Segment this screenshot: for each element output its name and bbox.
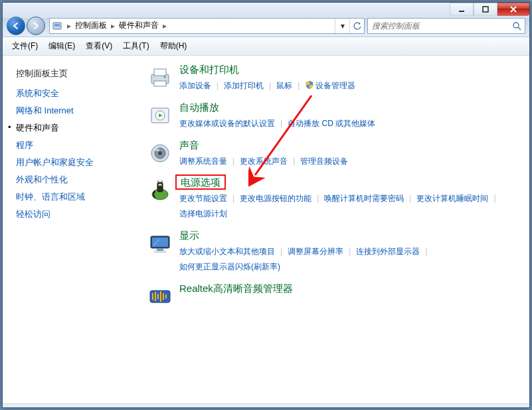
svg-rect-22 <box>154 251 166 253</box>
svg-point-15 <box>155 149 159 151</box>
search-box[interactable] <box>367 18 525 34</box>
svg-point-9 <box>164 76 166 78</box>
sub-energy-settings[interactable]: 更改节能设置 <box>179 191 227 206</box>
titlebar: ▸ 控制面板 ▸ 硬件和声音 ▸ ▾ <box>3 3 529 37</box>
category-title-devices[interactable]: 设备和打印机 <box>179 64 239 76</box>
menu-file[interactable]: 文件(F) <box>7 38 43 54</box>
shield-icon <box>305 80 314 90</box>
speaker-icon <box>146 141 174 169</box>
svg-rect-1 <box>483 7 488 12</box>
chevron-right-icon: ▸ <box>108 21 118 31</box>
content-area: 设备和打印机 添加设备| 添加打印机| 鼠标| 设备管理器 自动播放 更改媒体或… <box>141 56 529 403</box>
minimize-button[interactable] <box>450 3 474 16</box>
breadcrumb-child[interactable]: 硬件和声音 <box>118 20 160 31</box>
sub-change-system-sounds[interactable]: 更改系统声音 <box>240 154 288 169</box>
svg-rect-8 <box>154 81 166 86</box>
menu-bar: 文件(F) 编辑(E) 查看(V) 工具(T) 帮助(H) <box>3 37 529 56</box>
svg-point-4 <box>513 23 519 28</box>
category-title-sound[interactable]: 声音 <box>179 139 199 152</box>
sidebar-item-hardware-sound[interactable]: 硬件和声音 <box>16 122 134 134</box>
address-bar[interactable]: ▸ 控制面板 ▸ 硬件和声音 ▸ ▾ <box>49 18 365 34</box>
sidebar-item-appearance[interactable]: 外观和个性化 <box>16 174 134 186</box>
category-title-display[interactable]: 显示 <box>179 230 199 242</box>
chevron-right-icon: ▸ <box>160 21 169 31</box>
category-title-autoplay[interactable]: 自动播放 <box>179 102 219 114</box>
sub-add-printer[interactable]: 添加打印机 <box>224 78 264 94</box>
sub-device-manager[interactable]: 设备管理器 <box>305 78 355 94</box>
sidebar-item-network-internet[interactable]: 网络和 Internet <box>16 105 134 117</box>
sub-change-media-defaults[interactable]: 更改媒体或设备的默认设置 <box>179 116 275 131</box>
sub-choose-power-plan[interactable]: 选择电源计划 <box>179 206 227 222</box>
power-icon <box>146 178 174 206</box>
sub-sleep-time[interactable]: 更改计算机睡眠时间 <box>416 191 488 206</box>
search-icon[interactable] <box>509 21 525 31</box>
breadcrumb-root[interactable]: 控制面板 <box>74 20 108 31</box>
sub-mouse[interactable]: 鼠标 <box>276 78 292 94</box>
sub-manage-audio[interactable]: 管理音频设备 <box>300 154 348 169</box>
sub-power-button[interactable]: 更改电源按钮的功能 <box>240 191 311 206</box>
svg-rect-21 <box>157 248 163 251</box>
svg-point-14 <box>158 151 162 155</box>
svg-rect-7 <box>154 69 166 76</box>
sidebar-heading[interactable]: 控制面板主页 <box>16 68 134 80</box>
chevron-right-icon: ▸ <box>64 21 74 31</box>
control-panel-icon <box>50 21 64 31</box>
sidebar-item-user-accounts[interactable]: 用户帐户和家庭安全 <box>16 157 134 169</box>
sidebar-item-programs[interactable]: 程序 <box>16 139 134 151</box>
autoplay-icon <box>146 103 174 131</box>
search-input[interactable] <box>368 19 509 33</box>
highlight-box: 电源选项 <box>175 174 226 190</box>
sidebar-item-ease-of-access[interactable]: 轻松访问 <box>16 208 134 220</box>
category-title-power[interactable]: 电源选项 <box>179 176 222 189</box>
status-bar <box>3 403 529 407</box>
address-dropdown-icon[interactable]: ▾ <box>335 19 349 33</box>
sub-external-display[interactable]: 连接到外部显示器 <box>356 244 420 259</box>
sidebar: 控制面板主页 系统和安全 网络和 Internet 硬件和声音 程序 用户帐户和… <box>3 56 141 403</box>
sub-refresh-rate[interactable]: 如何更正显示器闪烁(刷新率) <box>179 259 280 275</box>
sub-autoplay-cd[interactable]: 自动播放 CD 或其他媒体 <box>288 116 375 131</box>
menu-help[interactable]: 帮助(H) <box>155 38 193 54</box>
refresh-icon[interactable] <box>349 19 364 33</box>
nav-forward-button[interactable] <box>27 17 45 35</box>
sidebar-item-system-security[interactable]: 系统和安全 <box>16 88 134 100</box>
sub-zoom-text[interactable]: 放大或缩小文本和其他项目 <box>179 244 275 259</box>
close-button[interactable] <box>497 3 529 16</box>
svg-rect-18 <box>159 184 162 186</box>
svg-rect-0 <box>459 11 464 12</box>
realtek-icon <box>146 284 174 312</box>
category-title-realtek[interactable]: Realtek高清晰音频管理器 <box>179 283 293 295</box>
sidebar-item-clock-language[interactable]: 时钟、语言和区域 <box>16 191 134 203</box>
sub-adjust-volume[interactable]: 调整系统音量 <box>179 154 227 169</box>
menu-edit[interactable]: 编辑(E) <box>43 38 80 54</box>
maximize-button[interactable] <box>474 3 497 16</box>
svg-rect-20 <box>152 238 168 247</box>
display-icon <box>146 231 174 259</box>
menu-view[interactable]: 查看(V) <box>80 38 118 54</box>
sub-screen-resolution[interactable]: 调整屏幕分辨率 <box>288 244 343 259</box>
sub-wake-password[interactable]: 唤醒计算机时需要密码 <box>324 191 404 206</box>
printer-icon <box>146 65 174 93</box>
nav-back-button[interactable] <box>7 17 25 35</box>
svg-line-5 <box>518 27 521 30</box>
svg-rect-3 <box>54 24 60 27</box>
sub-add-device[interactable]: 添加设备 <box>179 78 211 94</box>
menu-tools[interactable]: 工具(T) <box>118 38 154 54</box>
